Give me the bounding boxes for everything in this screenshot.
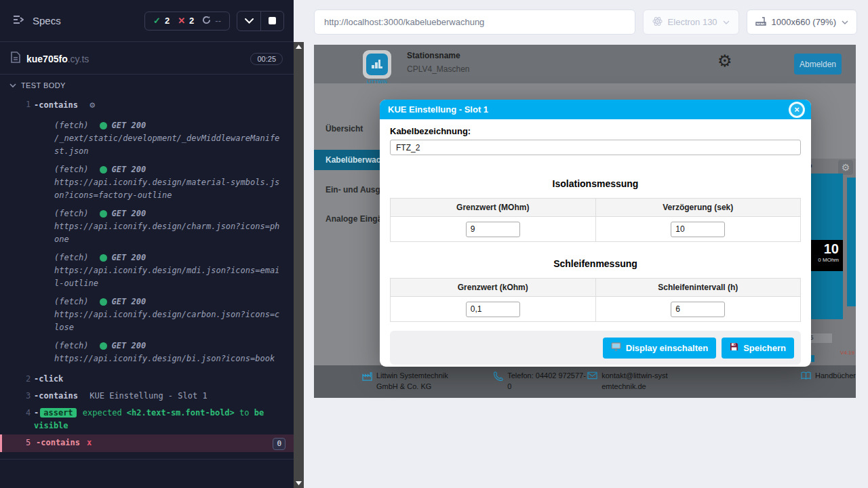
- stage-topbar: Electron 130 1000x660 (79%): [304, 0, 868, 35]
- column-header: Grenzwert (kOhm): [391, 279, 596, 297]
- spec-name: kue705fo: [26, 54, 68, 64]
- company-logo: [363, 50, 391, 79]
- logout-button[interactable]: Abmelden: [794, 54, 842, 75]
- floppy-icon: [730, 342, 738, 353]
- scroll-down-icon[interactable]: [294, 479, 304, 488]
- runner-stage: Electron 130 1000x660 (79%) LITTWIN Stat…: [304, 0, 868, 488]
- runner-controls: [237, 11, 284, 31]
- reporter-scrollbar[interactable]: [294, 42, 304, 488]
- check-icon: ✓: [153, 16, 161, 26]
- refresh-icon: [202, 16, 211, 26]
- app-header: LITTWIN Stationsname CPLV4_Maschen ⚙ Abm…: [314, 45, 856, 83]
- request-url: https://api.iconify.design/material-symb…: [54, 176, 281, 202]
- stat-passed: ✓2: [153, 16, 170, 26]
- request-url: https://api.iconify.design/bi.json?icons…: [54, 352, 281, 365]
- footer-manuals[interactable]: Handbücher: [801, 371, 856, 384]
- stat-failed: ✕2: [178, 16, 194, 26]
- station-name-label: Stationsname: [407, 51, 460, 60]
- fail-icon: ✕: [178, 16, 185, 26]
- email-icon: [587, 371, 597, 392]
- network-log-entry[interactable]: (fetch)GET 200 https://api.iconify.desig…: [54, 251, 285, 290]
- network-log-entry[interactable]: (fetch)GET 200 /_next/static/development…: [54, 119, 285, 158]
- loop-interval-input[interactable]: [671, 302, 725, 317]
- settings-gear-icon[interactable]: ⚙: [717, 53, 732, 69]
- status-dot-icon: [100, 342, 107, 350]
- chevron-down-icon: [842, 20, 848, 24]
- fail-arg: x: [87, 438, 92, 447]
- network-log-entry[interactable]: (fetch)GET 200 https://api.iconify.desig…: [54, 163, 285, 202]
- close-icon[interactable]: ×: [789, 102, 805, 118]
- request-url: /_next/static/development/_devMiddleware…: [54, 132, 281, 158]
- logo-wordmark: LITTWIN: [363, 79, 391, 84]
- firmware-version: V4.19: [840, 350, 854, 356]
- status-dot-icon: [100, 210, 107, 218]
- command-row[interactable]: 1 -contains ⚙: [0, 96, 294, 114]
- specs-label[interactable]: Specs: [33, 15, 61, 26]
- test-stats: ✓2 ✕2 --: [144, 12, 230, 30]
- stop-icon: [269, 17, 276, 24]
- footer-phone: Telefon: 04402 972577-0: [494, 371, 587, 392]
- column-header: Schleifenintervall (h): [595, 279, 801, 297]
- station-name-value: CPLV4_Maschen: [407, 64, 470, 74]
- loop-section-title: Schleifenmessung: [390, 258, 801, 269]
- column-header: Verzögerung (sek): [595, 199, 801, 217]
- cable-designation-input[interactable]: [390, 140, 801, 155]
- specs-list-icon[interactable]: [12, 14, 26, 28]
- isolation-table: Grenzwert (MOhm) Verzögerung (sek): [390, 198, 801, 242]
- spec-duration: 00:25: [250, 53, 283, 65]
- cable-designation-label: Kabelbezeichnung:: [390, 126, 801, 136]
- command-row-assert[interactable]: 4 -assert expected <h2.text-sm.font-bold…: [0, 405, 294, 434]
- url-bar[interactable]: [314, 9, 635, 35]
- chevron-down-icon: [723, 20, 730, 24]
- chevron-down-icon: [9, 83, 16, 88]
- network-log-entry[interactable]: (fetch)GET 200 https://api.iconify.desig…: [54, 207, 285, 246]
- test-body-toggle[interactable]: TEST BODY: [0, 75, 294, 94]
- modal-footer: Display einschalten Speichern: [390, 331, 801, 365]
- gear-arg-icon: ⚙: [90, 100, 95, 110]
- command-row[interactable]: 2 -click: [0, 371, 294, 388]
- book-icon: [801, 371, 811, 384]
- app-footer: Littwin Systemtechnik GmbH & Co. KG Tele…: [314, 365, 856, 398]
- request-url: https://api.iconify.design/carbon.json?i…: [54, 308, 281, 334]
- loop-limit-input[interactable]: [466, 302, 520, 317]
- status-dot-icon: [100, 298, 107, 306]
- loop-table: Grenzwert (kOhm) Schleifenintervall (h): [390, 278, 801, 322]
- command-row[interactable]: 3 -contains KUE Einstellung - Slot 1: [0, 388, 294, 405]
- scroll-up-icon[interactable]: [294, 42, 304, 52]
- assert-badge: assert: [40, 408, 76, 418]
- browser-select[interactable]: Electron 130: [643, 9, 739, 35]
- phone-icon: [494, 371, 503, 392]
- isolation-delay-input[interactable]: [671, 222, 725, 237]
- reporter-header: Specs ✓2 ✕2 --: [0, 0, 294, 42]
- status-dot-icon: [100, 122, 107, 129]
- status-dot-icon: [100, 166, 107, 174]
- kue-settings-modal: KUE Einstellung - Slot 1 × Kabelbezeichn…: [380, 100, 811, 367]
- isolation-limit-input[interactable]: [466, 222, 520, 237]
- modal-header: KUE Einstellung - Slot 1 ×: [380, 100, 811, 119]
- ruler-icon: [755, 16, 766, 28]
- electron-icon: [652, 16, 663, 28]
- monitor-icon: [611, 342, 621, 353]
- column-header: Grenzwert (MOhm): [391, 199, 596, 217]
- command-row-failed[interactable]: 5 -containsx 0: [0, 434, 294, 452]
- stop-button[interactable]: [260, 12, 283, 30]
- footer-email: kontakt@littwin-systemtechnik.de: [587, 371, 706, 392]
- viewport-select[interactable]: 1000x660 (79%): [747, 9, 857, 35]
- command-log: 1 -contains ⚙ (fetch)GET 200 /_next/stat…: [0, 94, 294, 460]
- display-on-button[interactable]: Display einschalten: [603, 338, 716, 359]
- network-log-entry[interactable]: (fetch)GET 200 https://api.iconify.desig…: [54, 296, 285, 334]
- save-button[interactable]: Speichern: [722, 338, 794, 359]
- request-url: https://api.iconify.design/mdi.json?icon…: [54, 264, 281, 290]
- app-under-test: LITTWIN Stationsname CPLV4_Maschen ⚙ Abm…: [314, 45, 856, 398]
- card-gear-icon[interactable]: ⚙: [838, 160, 853, 175]
- match-count-badge: 0: [273, 438, 285, 450]
- spec-row[interactable]: kue705fo.cy.ts 00:25: [0, 42, 294, 75]
- footer-company: Littwin Systemtechnik GmbH & Co. KG: [362, 371, 494, 392]
- spec-ext: .cy.ts: [68, 54, 90, 64]
- isolation-section-title: Isolationsmessung: [390, 178, 801, 189]
- request-url: https://api.iconify.design/charm.json?ic…: [54, 220, 281, 246]
- spec-file-icon: [11, 52, 20, 66]
- factory-icon: [362, 371, 372, 392]
- network-log-entry[interactable]: (fetch)GET 200 https://api.iconify.desig…: [54, 340, 285, 365]
- collapse-button[interactable]: [237, 12, 260, 30]
